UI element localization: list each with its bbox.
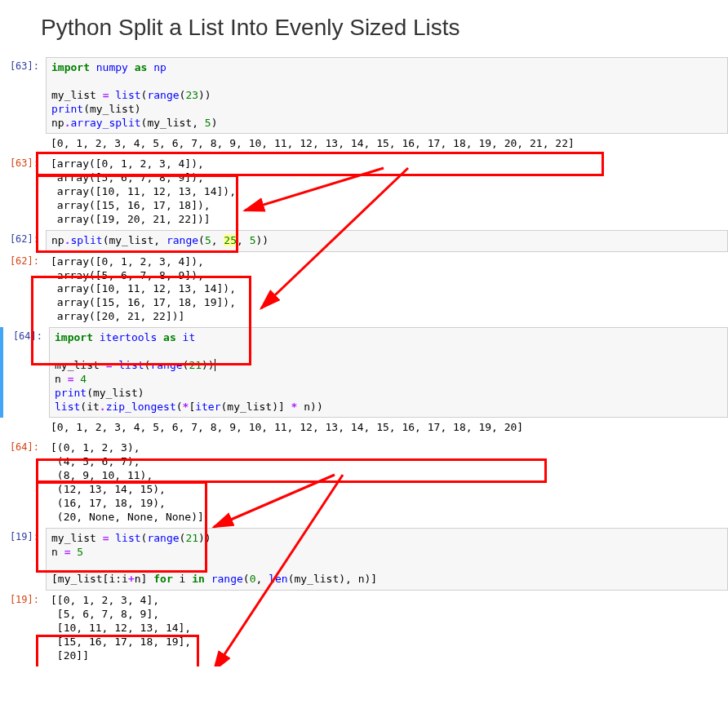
in-prompt: [62]: xyxy=(0,230,46,252)
output-row: [62]: [array([0, 1, 2, 3, 4]), array([5,… xyxy=(0,252,728,327)
output-text: [(0, 1, 2, 3), (4, 5, 6, 7), (8, 9, 10, … xyxy=(46,438,728,527)
empty-prompt xyxy=(0,418,46,438)
code-text: my_list = list(range(21)) n = 5 [my_list… xyxy=(51,532,722,587)
in-prompt: [64]: xyxy=(3,327,49,418)
stdout-row: [0, 1, 2, 3, 4, 5, 6, 7, 8, 9, 10, 11, 1… xyxy=(0,134,728,154)
code-text: np.split(my_list, range(5, 25, 5)) xyxy=(51,234,722,248)
notebook-container: Python Split a List Into Evenly Sized Li… xyxy=(0,15,728,666)
stdout-text: [0, 1, 2, 3, 4, 5, 6, 7, 8, 9, 10, 11, 1… xyxy=(46,134,728,154)
empty-prompt xyxy=(0,134,46,154)
stdout-text: [0, 1, 2, 3, 4, 5, 6, 7, 8, 9, 10, 11, 1… xyxy=(46,418,728,438)
in-prompt: [19]: xyxy=(0,528,46,591)
out-prompt: [64]: xyxy=(0,438,46,527)
output-text: [[0, 1, 2, 3, 4], [5, 6, 7, 8, 9], [10, … xyxy=(46,591,728,666)
code-cell-selected: [64]: import itertools as it my_list = l… xyxy=(0,327,728,418)
code-input[interactable]: import itertools as it my_list = list(ra… xyxy=(49,327,728,418)
code-input[interactable]: np.split(my_list, range(5, 25, 5)) xyxy=(46,230,728,252)
code-text: import itertools as it my_list = list(ra… xyxy=(55,331,722,414)
out-prompt: [62]: xyxy=(0,252,46,327)
in-prompt: [63]: xyxy=(0,57,46,134)
output-text: [array([0, 1, 2, 3, 4]), array([5, 6, 7,… xyxy=(46,252,728,327)
code-cell: [19]: my_list = list(range(21)) n = 5 [m… xyxy=(0,528,728,591)
code-input[interactable]: import numpy as np my_list = list(range(… xyxy=(46,57,728,134)
code-text: import numpy as np my_list = list(range(… xyxy=(51,61,722,130)
output-row: [64]: [(0, 1, 2, 3), (4, 5, 6, 7), (8, 9… xyxy=(0,438,728,527)
output-text: [array([0, 1, 2, 3, 4]), array([5, 6, 7,… xyxy=(46,154,728,229)
code-input[interactable]: my_list = list(range(21)) n = 5 [my_list… xyxy=(46,528,728,591)
out-prompt: [19]: xyxy=(0,591,46,666)
code-cell: [63]: import numpy as np my_list = list(… xyxy=(0,57,728,134)
output-row: [19]: [[0, 1, 2, 3, 4], [5, 6, 7, 8, 9],… xyxy=(0,591,728,666)
page-title: Python Split a List Into Evenly Sized Li… xyxy=(41,15,728,41)
output-row: [63]: [array([0, 1, 2, 3, 4]), array([5,… xyxy=(0,154,728,229)
stdout-row: [0, 1, 2, 3, 4, 5, 6, 7, 8, 9, 10, 11, 1… xyxy=(0,418,728,438)
out-prompt: [63]: xyxy=(0,154,46,229)
code-cell: [62]: np.split(my_list, range(5, 25, 5)) xyxy=(0,230,728,252)
